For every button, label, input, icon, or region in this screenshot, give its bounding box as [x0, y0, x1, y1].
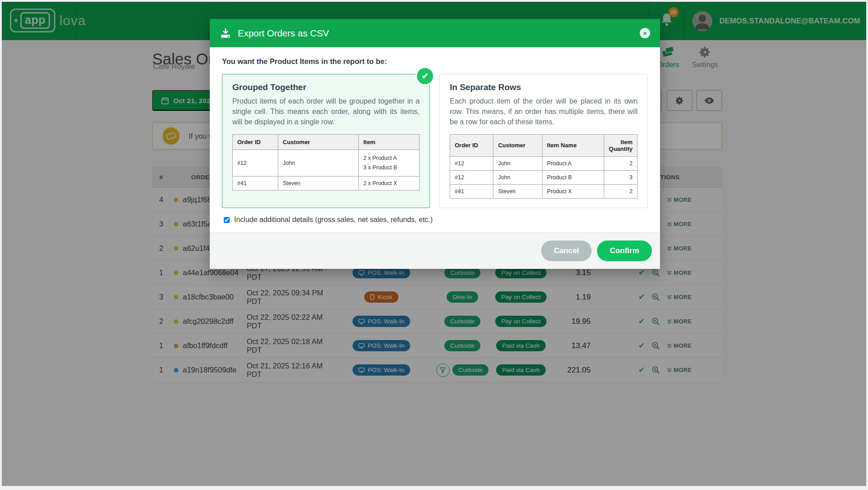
include-details-label[interactable]: Include additional details (gross sales,… [234, 216, 433, 224]
additional-details-row: Include additional details (gross sales,… [222, 216, 648, 232]
cell-order-id: #41 [233, 177, 278, 191]
cell-order-id: #12 [450, 170, 493, 184]
modal-intro-text: You want the Product Items in the report… [222, 57, 648, 66]
separate-example-table: Order ID Customer Item Name Item Quantit… [450, 134, 637, 199]
modal-header: Export Orders as CSV × [210, 19, 660, 47]
cell-customer: Steven [278, 177, 359, 191]
col-header: Item Quantity [604, 134, 637, 156]
cell-order-id: #41 [450, 184, 493, 198]
col-header: Item [359, 134, 420, 150]
col-header: Order ID [450, 134, 493, 156]
close-icon[interactable]: × [640, 28, 650, 38]
cell-customer: John [278, 150, 359, 177]
modal-footer: Cancel Confirm [210, 232, 660, 269]
option-title: In Separate Rows [450, 82, 637, 92]
cell-customer: John [493, 156, 542, 170]
grouped-example-table: Order ID Customer Item #12 John 2 x Prod… [232, 134, 420, 191]
cell-items: 2 x Product X [359, 177, 420, 191]
col-header: Customer [278, 134, 359, 150]
cell-qty: 3 [604, 170, 637, 184]
option-description: Product items of each order will be grou… [232, 96, 420, 127]
export-orders-modal: Export Orders as CSV × You want the Prod… [210, 19, 660, 269]
option-description: Each product item of the order will be p… [450, 96, 637, 127]
cancel-button[interactable]: Cancel [541, 240, 592, 261]
export-options: ✔ Grouped Together Product items of each… [222, 74, 648, 208]
include-details-checkbox[interactable] [224, 217, 230, 223]
col-header: Item Name [542, 134, 604, 156]
cell-item: Product X [542, 184, 604, 198]
confirm-button[interactable]: Confirm [597, 240, 652, 261]
selected-check-icon: ✔ [416, 67, 434, 86]
cell-item: Product B [542, 170, 604, 184]
cell-customer: John [493, 170, 542, 184]
cell-customer: Steven [493, 184, 542, 198]
option-grouped-together[interactable]: ✔ Grouped Together Product items of each… [222, 74, 430, 208]
app-screen: app lova 20 DEMOS.STANDALONE@BATEAM.COM … [2, 2, 866, 486]
modal-title: Export Orders as CSV [238, 28, 633, 39]
col-header: Customer [493, 134, 542, 156]
cell-items: 2 x Product A3 x Product B [359, 150, 420, 177]
cell-order-id: #12 [233, 150, 278, 177]
cell-order-id: #12 [450, 156, 493, 170]
col-header: Order ID [233, 134, 278, 150]
option-separate-rows[interactable]: In Separate Rows Each product item of th… [439, 74, 648, 208]
cell-item: Product A [542, 156, 604, 170]
option-title: Grouped Together [232, 82, 420, 92]
cell-qty: 2 [604, 156, 637, 170]
cell-qty: 2 [604, 184, 637, 198]
download-icon [220, 27, 231, 39]
modal-body: You want the Product Items in the report… [210, 47, 660, 232]
